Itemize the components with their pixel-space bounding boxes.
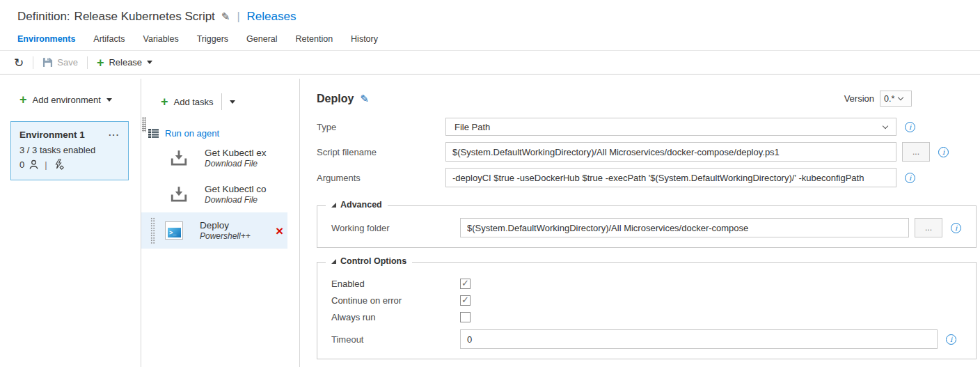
edit-task-name-icon[interactable]: ✎ bbox=[360, 93, 369, 105]
powershell-task-icon: >_ bbox=[165, 221, 183, 240]
version-value: 0.* bbox=[884, 94, 894, 104]
release-button[interactable]: + Release bbox=[97, 56, 152, 69]
chevron-down-icon bbox=[106, 98, 112, 102]
agent-phase-icon bbox=[148, 129, 159, 138]
arguments-info-icon[interactable]: i bbox=[905, 173, 915, 183]
definition-tabs: Environments Artifacts Variables Trigger… bbox=[0, 34, 980, 50]
always-run-label: Always run bbox=[331, 312, 460, 322]
control-options-legend: Control Options bbox=[340, 256, 406, 266]
tab-environments[interactable]: Environments bbox=[17, 34, 75, 50]
page-title: Definition: Release Kubernetes Script bbox=[17, 10, 215, 24]
tab-history[interactable]: History bbox=[351, 34, 378, 50]
toolbar-divider bbox=[87, 56, 88, 69]
task-title: Get Kubectl co bbox=[205, 184, 267, 194]
add-environment-button[interactable]: + Add environment bbox=[19, 93, 141, 106]
task-title: Deploy bbox=[200, 220, 251, 231]
plus-icon: + bbox=[161, 95, 168, 108]
type-value: File Path bbox=[455, 122, 490, 132]
card-divider: | bbox=[45, 159, 47, 170]
release-label: Release bbox=[109, 57, 142, 68]
timeout-label: Timeout bbox=[331, 334, 460, 345]
collapse-triangle-icon bbox=[331, 203, 336, 208]
environment-menu-button[interactable]: ··· bbox=[109, 130, 120, 140]
version-label: Version bbox=[844, 93, 874, 104]
working-folder-info-icon[interactable]: i bbox=[951, 223, 961, 233]
approvals-count: 0 bbox=[19, 159, 24, 170]
save-button[interactable]: Save bbox=[42, 57, 78, 68]
browse-script-button[interactable]: ... bbox=[902, 142, 930, 162]
always-run-checkbox[interactable] bbox=[460, 312, 471, 322]
version-select[interactable]: 0.* bbox=[880, 91, 912, 107]
plus-icon: + bbox=[19, 93, 27, 106]
download-file-icon bbox=[170, 185, 188, 203]
type-label: Type bbox=[317, 122, 445, 132]
timeout-input[interactable] bbox=[460, 329, 938, 349]
timeout-info-icon[interactable]: i bbox=[946, 334, 956, 345]
button-divider bbox=[221, 93, 222, 110]
tab-general[interactable]: General bbox=[246, 34, 277, 50]
script-filename-input[interactable] bbox=[445, 142, 896, 162]
task-editor-panel: Deploy ✎ Version 0.* Type File Path i Sc… bbox=[300, 79, 980, 367]
task-subtitle: Download File bbox=[205, 195, 267, 205]
tab-retention[interactable]: Retention bbox=[296, 34, 333, 50]
toolbar-divider bbox=[33, 56, 33, 69]
chevron-down-icon bbox=[147, 61, 152, 64]
task-item-get-kubectl-ex[interactable]: Get Kubectl ex Download File bbox=[141, 140, 287, 176]
add-tasks-button[interactable]: + Add tasks bbox=[161, 93, 299, 110]
tab-triggers[interactable]: Triggers bbox=[197, 34, 228, 50]
arguments-label: Arguments bbox=[317, 173, 445, 183]
task-title: Get Kubectl ex bbox=[205, 148, 267, 158]
type-info-icon[interactable]: i bbox=[905, 122, 915, 132]
browse-working-folder-button[interactable]: ... bbox=[915, 218, 942, 237]
task-item-deploy-selected[interactable]: >_ Deploy Powershell++ × bbox=[141, 212, 287, 249]
task-item-get-kubectl-co[interactable]: Get Kubectl co Download File bbox=[141, 176, 287, 212]
task-editor-title: Deploy bbox=[317, 93, 354, 105]
script-filename-label: Script filename bbox=[317, 147, 445, 157]
definition-name: Release Kubernetes Script bbox=[74, 10, 215, 24]
advanced-section: Advanced Working folder ... i bbox=[317, 205, 977, 248]
save-label: Save bbox=[57, 57, 78, 68]
deployment-conditions-icon[interactable] bbox=[53, 159, 64, 170]
definition-header: Definition: Release Kubernetes Script ✎ … bbox=[0, 0, 980, 24]
chevron-down-icon bbox=[898, 95, 903, 100]
add-tasks-label: Add tasks bbox=[174, 97, 214, 107]
chevron-down-icon[interactable] bbox=[230, 100, 235, 104]
working-folder-input[interactable] bbox=[460, 218, 909, 237]
control-options-section: Control Options Enabled Continue on erro… bbox=[317, 262, 977, 359]
advanced-section-toggle[interactable]: Advanced bbox=[326, 200, 388, 210]
plus-icon: + bbox=[97, 56, 104, 69]
chevron-down-icon bbox=[883, 123, 888, 128]
continue-on-error-checkbox[interactable] bbox=[460, 295, 471, 306]
tab-variables[interactable]: Variables bbox=[143, 34, 179, 50]
releases-link[interactable]: Releases bbox=[247, 10, 297, 24]
script-filename-info-icon[interactable]: i bbox=[938, 147, 949, 157]
download-file-icon bbox=[170, 149, 188, 167]
remove-task-icon[interactable]: × bbox=[276, 224, 283, 237]
edit-definition-name-icon[interactable]: ✎ bbox=[221, 10, 230, 23]
run-on-agent-label: Run on agent bbox=[165, 128, 219, 139]
environment-name: Environment 1 bbox=[19, 130, 85, 140]
enabled-label: Enabled bbox=[331, 279, 460, 289]
enabled-checkbox[interactable] bbox=[460, 279, 471, 289]
tasks-panel: + Add tasks Run on agent Get Kubectl ex … bbox=[141, 79, 300, 367]
save-floppy-icon bbox=[42, 57, 53, 68]
drag-handle[interactable] bbox=[150, 217, 155, 244]
type-dropdown[interactable]: File Path bbox=[445, 118, 896, 136]
task-subtitle: Download File bbox=[205, 159, 267, 169]
continue-on-error-label: Continue on error bbox=[331, 295, 460, 306]
task-subtitle: Powershell++ bbox=[200, 231, 251, 241]
environments-panel: + Add environment Environment 1 ··· 3 / … bbox=[0, 79, 141, 367]
working-folder-label: Working folder bbox=[331, 223, 460, 233]
approvers-person-icon[interactable] bbox=[29, 159, 39, 170]
header-divider: | bbox=[237, 10, 239, 23]
tab-artifacts[interactable]: Artifacts bbox=[93, 34, 125, 50]
environment-tasks-summary: 3 / 3 tasks enabled bbox=[19, 145, 120, 155]
run-on-agent-group[interactable]: Run on agent bbox=[148, 128, 299, 139]
control-options-toggle[interactable]: Control Options bbox=[326, 256, 412, 266]
arguments-input[interactable] bbox=[445, 168, 896, 187]
collapse-triangle-icon bbox=[331, 259, 336, 264]
refresh-icon[interactable]: ↻ bbox=[14, 56, 24, 70]
command-toolbar: ↻ Save + Release bbox=[0, 50, 980, 75]
definition-prefix: Definition: bbox=[17, 10, 70, 24]
environment-card[interactable]: Environment 1 ··· 3 / 3 tasks enabled 0 … bbox=[10, 121, 129, 180]
